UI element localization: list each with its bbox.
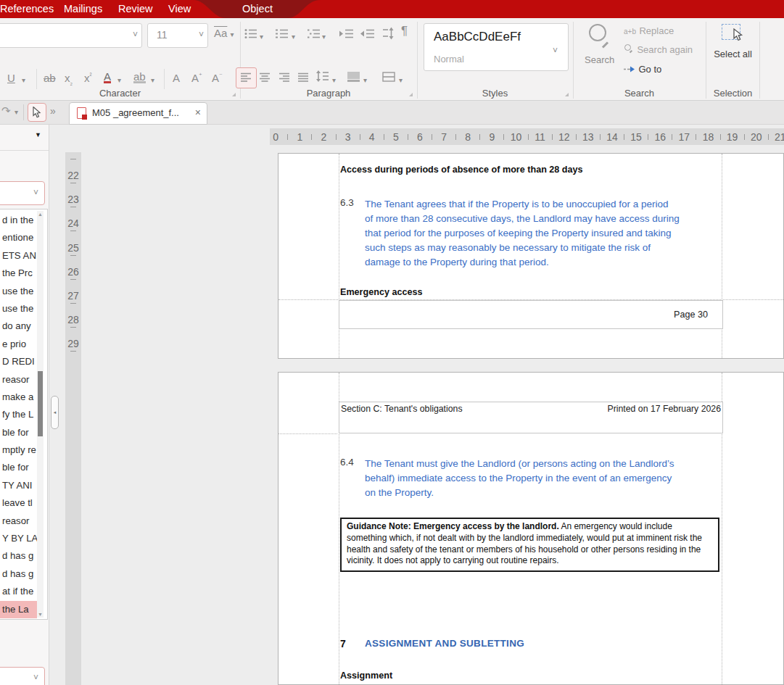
undo-dropdown[interactable]: ▾: [15, 108, 18, 116]
sort-icon[interactable]: [382, 27, 394, 43]
list-item[interactable]: mptly re: [0, 441, 37, 459]
pilcrow-icon[interactable]: ¶: [401, 24, 408, 38]
list-item[interactable]: reasor: [0, 371, 37, 389]
footer-page-number: Page 30: [674, 310, 708, 320]
goto-button[interactable]: Go to: [624, 62, 661, 75]
list-item[interactable]: e prio: [0, 336, 37, 353]
group-label-paragraph: Paragraph: [240, 88, 417, 99]
overflow-icon[interactable]: »: [50, 105, 56, 117]
close-icon[interactable]: ×: [195, 107, 201, 118]
list-item[interactable]: ETS AN: [0, 247, 37, 265]
sidebar-top-combobox[interactable]: ˅: [0, 181, 45, 205]
list-item[interactable]: at if the: [0, 583, 37, 600]
replace-label: Replace: [639, 25, 674, 36]
align-right-button[interactable]: [279, 72, 290, 85]
select-tool-button[interactable]: [28, 103, 46, 122]
group-expander-icon[interactable]: [409, 93, 413, 96]
highlight-dropdown[interactable]: ▾: [151, 76, 154, 84]
chevron-down-icon[interactable]: ˅: [33, 673, 38, 683]
group-label-styles: Styles: [417, 88, 573, 99]
chevron-down-icon[interactable]: ˅: [553, 46, 558, 56]
ruler-cell: 1: [294, 128, 318, 145]
tab-review[interactable]: Review: [115, 0, 156, 18]
list-item[interactable]: the Prc: [0, 265, 37, 282]
justify-button[interactable]: [298, 72, 309, 85]
shrink-font-button[interactable]: A⁻: [212, 72, 223, 85]
multilevel-list-icon[interactable]: [308, 28, 321, 42]
underline-button[interactable]: U: [7, 72, 15, 85]
list-item[interactable]: use the: [0, 283, 37, 300]
list-item[interactable]: D REDI: [0, 353, 37, 370]
decrease-indent-icon[interactable]: [360, 28, 375, 42]
align-left-button[interactable]: [236, 67, 257, 88]
list-item[interactable]: entione: [0, 229, 37, 246]
shading-icon[interactable]: [347, 72, 360, 85]
tab-object[interactable]: Object: [181, 0, 334, 18]
line-spacing-icon[interactable]: [316, 70, 329, 85]
multilevel-list-dropdown[interactable]: ▾: [322, 33, 326, 41]
undo-icon[interactable]: ↷: [1, 104, 11, 117]
scrollbar-thumb[interactable]: [38, 371, 43, 436]
list-item[interactable]: leave tl: [0, 494, 37, 512]
list-item[interactable]: d in the: [0, 212, 37, 229]
document-tab[interactable]: M05 _agreement_f... ×: [69, 102, 207, 125]
chevron-down-icon[interactable]: ˅: [33, 187, 38, 197]
scroll-up-icon[interactable]: ▲: [37, 212, 44, 217]
bullet-list-icon[interactable]: [244, 28, 257, 42]
list-item[interactable]: do any: [0, 317, 37, 335]
search-again-button[interactable]: Search again: [624, 43, 693, 56]
font-color-button[interactable]: A: [104, 70, 111, 83]
shading-dropdown[interactable]: ▾: [363, 76, 367, 84]
pane-collapse-handle[interactable]: ◂: [51, 396, 59, 429]
replace-button[interactable]: a+b Replace: [624, 24, 674, 37]
font-size-combo[interactable]: 11 ˅: [147, 23, 208, 48]
style-gallery[interactable]: AaBbCcDdEeFf Normal ˅: [424, 23, 569, 71]
vertical-ruler[interactable]: 22 23 24 25 26 27 28 29: [65, 152, 81, 685]
numbered-list-icon[interactable]: [276, 28, 289, 42]
horizontal-ruler[interactable]: 0 1 2 3 4 5 6 7 8 9 10 11 12 13 14: [270, 128, 784, 145]
sidebar-bottom-combobox[interactable]: ˅: [0, 667, 45, 685]
borders-icon[interactable]: [382, 72, 395, 85]
pane-menu-icon[interactable]: ▼: [35, 131, 41, 138]
highlight-button[interactable]: ab: [133, 70, 146, 83]
chevron-down-icon[interactable]: ▾: [231, 30, 234, 38]
group-expander-icon[interactable]: [565, 93, 569, 96]
font-size-value[interactable]: 11: [157, 29, 168, 41]
ruler-cell: 13: [582, 128, 606, 145]
strikethrough-button[interactable]: ab: [44, 72, 56, 85]
scroll-down-icon[interactable]: ▼: [37, 612, 44, 617]
format-painter-button[interactable]: A: [173, 72, 180, 85]
underline-dropdown[interactable]: ▾: [22, 76, 25, 84]
grow-font-button[interactable]: A⁺: [191, 72, 202, 85]
numbered-list-dropdown[interactable]: ▾: [292, 33, 295, 41]
change-case-button[interactable]: Aa ▾: [214, 27, 234, 39]
chevron-down-icon[interactable]: ˅: [133, 30, 138, 40]
list-item[interactable]: use the: [0, 300, 37, 317]
borders-dropdown[interactable]: ▾: [399, 76, 403, 84]
tab-references[interactable]: References: [0, 0, 57, 18]
chevron-down-icon[interactable]: ˅: [199, 30, 204, 40]
list-item[interactable]: reasor: [0, 512, 37, 530]
font-color-dropdown[interactable]: ▾: [117, 76, 121, 84]
group-expander-icon[interactable]: [232, 93, 236, 96]
superscript-button[interactable]: x²: [84, 72, 92, 85]
align-center-button[interactable]: [260, 72, 271, 85]
ruler-cell: 21: [775, 128, 784, 145]
line-spacing-dropdown[interactable]: ▾: [332, 76, 336, 84]
bullet-list-dropdown[interactable]: ▾: [260, 33, 263, 41]
sidebar-scrollbar[interactable]: ▲ ▼: [37, 211, 44, 618]
list-item[interactable]: Y BY LA: [0, 530, 37, 547]
list-item[interactable]: fy the L: [0, 406, 37, 423]
list-item[interactable]: d has g: [0, 565, 37, 583]
list-item[interactable]: the La: [0, 601, 37, 618]
tab-mailings[interactable]: Mailings: [61, 0, 105, 18]
heading-emergency-access: Emergency access: [340, 287, 422, 297]
list-item[interactable]: TY ANI: [0, 477, 37, 494]
list-item[interactable]: ble for: [0, 459, 37, 476]
increase-indent-icon[interactable]: [339, 28, 354, 42]
subscript-button[interactable]: x₂: [65, 72, 73, 86]
font-name-combo[interactable]: ˅: [0, 23, 142, 48]
list-item[interactable]: d has g: [0, 547, 37, 565]
list-item[interactable]: make a: [0, 389, 37, 406]
list-item[interactable]: ble for: [0, 424, 37, 441]
